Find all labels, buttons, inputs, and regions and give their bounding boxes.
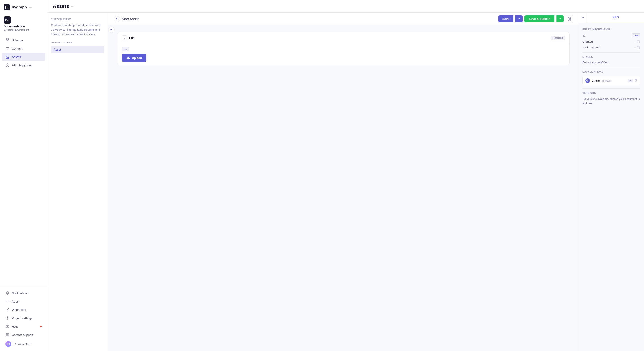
save-dropdown-button[interactable] <box>515 15 523 22</box>
sidebar: hygraph ··· Do Documentation Master Envi… <box>0 0 47 351</box>
loc-eye-icon[interactable] <box>585 78 590 83</box>
content-label: Content <box>12 47 22 50</box>
nav-main: Schema Content Assets API pla <box>0 34 47 287</box>
sidebar-item-apps[interactable]: Apps <box>2 297 45 305</box>
workspace-env-label: Master Environment <box>7 29 29 31</box>
localization-item: English (default) en <box>582 76 640 85</box>
sidebar-item-api[interactable]: API playground <box>2 61 45 69</box>
svg-rect-29 <box>637 41 640 43</box>
upload-button[interactable]: Upload <box>122 54 146 62</box>
logo-text: hygraph <box>12 5 27 10</box>
right-panel-header: INFO <box>579 13 644 23</box>
sidebar-item-webhooks[interactable]: Webhooks <box>2 306 45 314</box>
api-label: API playground <box>12 64 32 67</box>
double-chevron-left-icon <box>110 29 113 31</box>
field-name: File <box>129 36 134 40</box>
layout-icon <box>568 17 571 21</box>
workspace-name: Documentation <box>4 25 44 28</box>
sidebar-item-content[interactable]: Content <box>2 45 45 53</box>
stages-value: Entry is not published <box>582 61 640 64</box>
svg-rect-8 <box>6 48 8 49</box>
svg-point-3 <box>5 30 6 31</box>
created-row: Created - <box>582 40 640 43</box>
info-tab[interactable]: INFO <box>586 13 644 22</box>
svg-rect-15 <box>8 300 9 301</box>
sidebar-item-schema[interactable]: Schema <box>2 36 45 44</box>
loc-delete-button[interactable] <box>634 79 638 83</box>
chevron-down-icon-2 <box>559 17 562 20</box>
header-actions: Save Save & publish <box>498 15 573 23</box>
contact-label: Contact support <box>12 333 33 336</box>
logo-area: hygraph ··· <box>0 0 47 14</box>
default-views-section: DEFAULT VIEWS Asset <box>51 41 104 53</box>
back-nav: New Asset <box>114 16 139 22</box>
expand-panel-button[interactable] <box>579 13 586 23</box>
workspace-env: Master Environment <box>4 29 44 31</box>
assets-icon <box>6 55 10 59</box>
svg-rect-25 <box>6 334 8 335</box>
left-panel: CUSTOM VIEWS Custom views help you add c… <box>47 13 108 351</box>
svg-rect-5 <box>8 39 9 40</box>
svg-rect-27 <box>570 18 571 19</box>
svg-rect-7 <box>6 47 9 48</box>
copy-icon <box>637 40 640 43</box>
sidebar-item-notifications[interactable]: Notifications <box>2 289 45 297</box>
right-panel: INFO ENTRY INFORMATION ID new Created - <box>578 13 644 351</box>
save-button[interactable]: Save <box>498 15 514 22</box>
asset-view-item[interactable]: Asset <box>51 46 104 53</box>
svg-point-18 <box>6 309 7 310</box>
updated-value: - <box>634 46 640 49</box>
sidebar-item-contact[interactable]: Contact support <box>2 331 45 339</box>
settings-label: Project settings <box>12 316 32 320</box>
versions-title: VERSIONS <box>582 92 640 94</box>
user-item[interactable]: RS Romina Soto <box>2 339 45 349</box>
inner-layout: CUSTOM VIEWS Custom views help you add c… <box>47 13 644 351</box>
layout-toggle-button[interactable] <box>566 15 573 23</box>
hygraph-logo-icon <box>4 4 10 10</box>
updated-row: Last updated - <box>582 46 640 49</box>
back-button[interactable] <box>114 16 120 22</box>
divider-1 <box>582 52 640 53</box>
notifications-icon <box>6 291 10 295</box>
svg-rect-17 <box>8 302 9 303</box>
schema-label: Schema <box>12 39 23 42</box>
loc-right: en <box>628 79 638 83</box>
svg-point-31 <box>588 80 588 81</box>
stages-title: STAGES <box>582 56 640 58</box>
assets-label: Assets <box>12 55 21 59</box>
divider-3 <box>582 88 640 89</box>
collapse-panel-button[interactable] <box>108 27 114 33</box>
trash-icon <box>634 79 638 82</box>
svg-point-2 <box>4 30 4 31</box>
loc-default: (default) <box>602 79 611 82</box>
api-icon <box>6 63 10 67</box>
divider-2 <box>582 67 640 68</box>
chevron-down-icon <box>518 17 520 20</box>
svg-rect-14 <box>6 300 7 301</box>
svg-point-20 <box>8 310 9 311</box>
content-icon <box>6 47 10 51</box>
sidebar-item-assets[interactable]: Assets <box>2 53 45 61</box>
sidebar-item-help[interactable]: Help <box>2 322 45 330</box>
chevron-down-small-icon <box>123 37 126 39</box>
workspace-section[interactable]: Do Documentation Master Environment <box>0 14 47 34</box>
loc-name-area: English (default) <box>592 79 611 82</box>
save-publish-button[interactable]: Save & publish <box>524 15 554 22</box>
contact-icon <box>6 333 10 337</box>
publish-dropdown-button[interactable] <box>556 15 564 22</box>
id-value: new <box>632 33 640 38</box>
svg-rect-28 <box>570 19 571 20</box>
loc-code: en <box>628 79 633 82</box>
updated-label: Last updated <box>582 46 599 49</box>
locale-badge: en <box>122 47 129 52</box>
svg-point-23 <box>7 327 8 328</box>
help-icon <box>6 324 10 328</box>
top-header: Assets ··· <box>47 0 644 13</box>
schema-icon <box>6 38 10 42</box>
settings-icon <box>6 316 10 320</box>
required-badge: Required <box>551 36 565 40</box>
sidebar-item-settings[interactable]: Project settings <box>2 314 45 322</box>
svg-rect-30 <box>637 47 640 49</box>
field-collapse-button[interactable] <box>122 36 127 40</box>
assets-menu-dots[interactable]: ··· <box>71 4 74 8</box>
